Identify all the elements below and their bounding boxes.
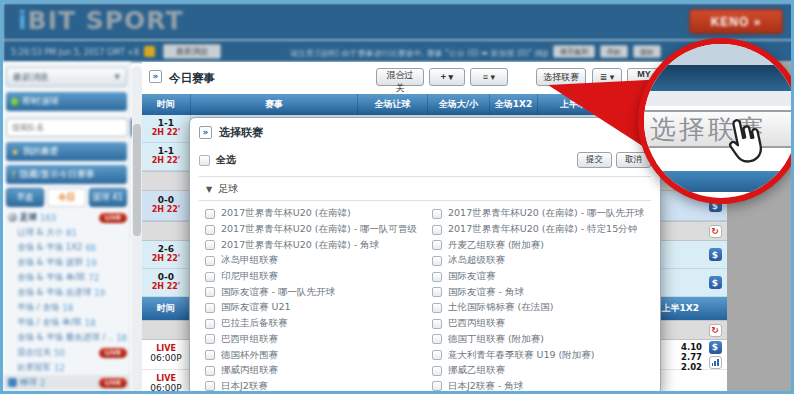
league-checkbox[interactable] (432, 272, 442, 282)
league-option[interactable]: 国际友谊赛 - 哪一队先开球 (199, 286, 426, 299)
league-checkbox[interactable] (205, 366, 215, 376)
league-option[interactable]: 丹麦乙组联赛 (附加赛) (426, 239, 653, 252)
league-option[interactable]: 巴西丙组联赛 (426, 317, 653, 330)
nav-pill-button[interactable]: 体育规则 (553, 45, 595, 58)
league-checkbox[interactable] (205, 225, 215, 235)
league-checkbox[interactable] (205, 209, 215, 219)
league-checkbox[interactable] (432, 381, 442, 391)
league-option[interactable]: 印尼甲组联赛 (199, 270, 426, 283)
sport-label: 让球 & 大小 (17, 227, 63, 239)
league-option[interactable]: 冰岛超级联赛 (426, 254, 653, 267)
sidebar-sport-item[interactable]: 半场 / 全场 单/双 18 (3, 315, 131, 330)
dollar-bet-icon[interactable]: $ (709, 248, 722, 261)
league-option[interactable]: 2017世界青年杯U20 (在南韓) - 哪一队先开球 (426, 207, 653, 220)
table-header-cell[interactable]: 赛事 (191, 94, 358, 115)
sidebar-sport-item[interactable]: 比赛冠军 12 (3, 360, 131, 375)
select-league-button[interactable]: 选择联赛 (536, 68, 586, 86)
league-option[interactable]: 挪威乙组联赛 (426, 364, 653, 377)
dollar-bet-icon[interactable]: $ (709, 341, 722, 354)
league-checkbox[interactable] (432, 319, 442, 329)
table-header-cell[interactable]: 全场大/小 (428, 94, 490, 115)
league-checkbox[interactable] (205, 240, 215, 250)
mix-parlay-button[interactable]: 混合过关 (376, 68, 424, 86)
league-option[interactable]: 2017世界青年杯U20 (在南韓) - 特定15分钟 (426, 223, 653, 236)
table-header-cell[interactable]: 全场1X2 (490, 94, 538, 115)
vertical-scrollbar[interactable] (132, 66, 142, 393)
refresh-icon[interactable]: ↻ (709, 225, 722, 238)
league-option[interactable]: 2017世界青年杯U20 (在南韓) - 角球 (199, 239, 426, 252)
league-checkbox[interactable] (205, 350, 215, 360)
sidebar-hide-header[interactable]: ?隐藏/显示今日赛事 (6, 165, 127, 184)
league-option[interactable]: 德国丁组联赛 (附加赛) (426, 333, 653, 346)
collapse-arrow-icon[interactable] (149, 70, 162, 83)
league-option[interactable]: 国际友谊赛 (426, 270, 653, 283)
league-checkbox[interactable] (205, 287, 215, 297)
sidebar-news-dropdown[interactable]: 最新消息 (6, 67, 127, 87)
league-checkbox[interactable] (205, 272, 215, 282)
league-checkbox[interactable] (432, 287, 442, 297)
league-checkbox[interactable] (432, 366, 442, 376)
select-all-checkbox[interactable] (199, 155, 210, 166)
table-header-cell[interactable]: 时间 (142, 94, 191, 115)
league-checkbox[interactable] (432, 350, 442, 360)
table-header-cell[interactable]: 全场让球 (358, 94, 428, 115)
sidebar-sport-item[interactable]: 让球 & 大小 81 (3, 225, 131, 240)
add-button[interactable]: + ▾ (429, 68, 465, 86)
sidebar-sport-item[interactable]: 足球 163 LIVE (3, 210, 131, 225)
league-option[interactable]: 冰岛甲组联赛 (199, 254, 426, 267)
sidebar-sport-item[interactable]: 全场 & 半场 总进球 19 (3, 285, 131, 300)
sidebar-sport-item[interactable]: 全场 & 半场 最先进球 / ... 18 (3, 330, 131, 345)
sidebar-tab[interactable]: 今日 (47, 188, 85, 207)
league-checkbox[interactable] (205, 381, 215, 391)
league-checkbox[interactable] (205, 319, 215, 329)
league-option[interactable]: 挪威丙组联赛 (199, 364, 426, 377)
collapse-arrow-icon[interactable] (199, 126, 212, 139)
scrollbar-thumb[interactable] (133, 124, 141, 236)
sidebar-favorites-header[interactable]: ★我的最爱 (6, 142, 127, 161)
sidebar-sport-item[interactable]: 全场 & 半场 1X2 66 (3, 240, 131, 255)
sport-section-label: 足球 (218, 182, 238, 196)
sidebar-sport-item[interactable]: 半场 / 全场 18 (3, 300, 131, 315)
news-button[interactable]: 最新消息 (163, 44, 221, 59)
sidebar-sport-item[interactable]: 混合过关 50 LIVE (3, 345, 131, 360)
sidebar-tab[interactable]: 滚球 41 (89, 188, 127, 207)
sidebar-sport-item[interactable]: 全场 & 半场 单/双 72 (3, 270, 131, 285)
sidebar-sport-item[interactable]: 全场 & 半场 波胆 19 (3, 255, 131, 270)
league-checkbox[interactable] (432, 303, 442, 313)
display-mode-button[interactable]: ≣ ▾ (592, 68, 622, 86)
league-option[interactable]: 意大利青年春季联赛 U19 (附加赛) (426, 349, 653, 362)
sort-button[interactable]: ≡ ▾ (470, 68, 508, 86)
league-option[interactable]: 巴西甲组联赛 (199, 333, 426, 346)
nav-pill-button[interactable]: 提款 (633, 45, 661, 58)
league-option[interactable]: 国际友谊赛 - 角球 (426, 286, 653, 299)
league-option[interactable]: 2017世界青年杯U20 (在南韓) - 哪一队可晋级 (199, 223, 426, 236)
table-header-cell[interactable]: 上半场让球 (538, 94, 628, 115)
league-checkbox[interactable] (432, 225, 442, 235)
search-input[interactable] (6, 118, 128, 137)
nav-pill-button[interactable]: 存款 (600, 45, 628, 58)
league-checkbox[interactable] (205, 303, 215, 313)
dollar-bet-icon[interactable]: $ (709, 276, 722, 289)
stats-chart-icon[interactable] (709, 356, 722, 369)
submit-button[interactable]: 提交 (577, 152, 612, 168)
league-checkbox[interactable] (205, 256, 215, 266)
league-option[interactable]: 国际友谊赛 U21 (199, 301, 426, 314)
league-checkbox[interactable] (432, 240, 442, 250)
league-option[interactable]: 德国杯外围赛 (199, 349, 426, 362)
league-checkbox[interactable] (432, 334, 442, 344)
sidebar-live-header[interactable]: 即时滚球 (6, 92, 127, 111)
league-option[interactable]: 日本J2联赛 (199, 380, 426, 393)
league-checkbox[interactable] (205, 334, 215, 344)
league-option[interactable]: 土伦国际锦标赛 (在法国) (426, 301, 653, 314)
sidebar-tab[interactable]: 早盘 (6, 188, 44, 207)
odds-values[interactable]: 4.10 2.77 2.02 (681, 342, 702, 372)
sidebar-sport-item[interactable]: 棒球 2 LIVE (3, 375, 131, 390)
sport-section-header[interactable]: ▼ 足球 (206, 182, 238, 196)
league-checkbox[interactable] (432, 256, 442, 266)
league-option[interactable]: 2017世界青年杯U20 (在南韓) (199, 207, 426, 220)
league-option[interactable]: 巴拉圭后备联赛 (199, 317, 426, 330)
keno-button[interactable]: KENO » (689, 9, 783, 34)
league-option[interactable]: 日本J2联赛 - 角球 (426, 380, 653, 393)
league-checkbox[interactable] (432, 209, 442, 219)
refresh-icon[interactable]: ↻ (709, 324, 722, 337)
